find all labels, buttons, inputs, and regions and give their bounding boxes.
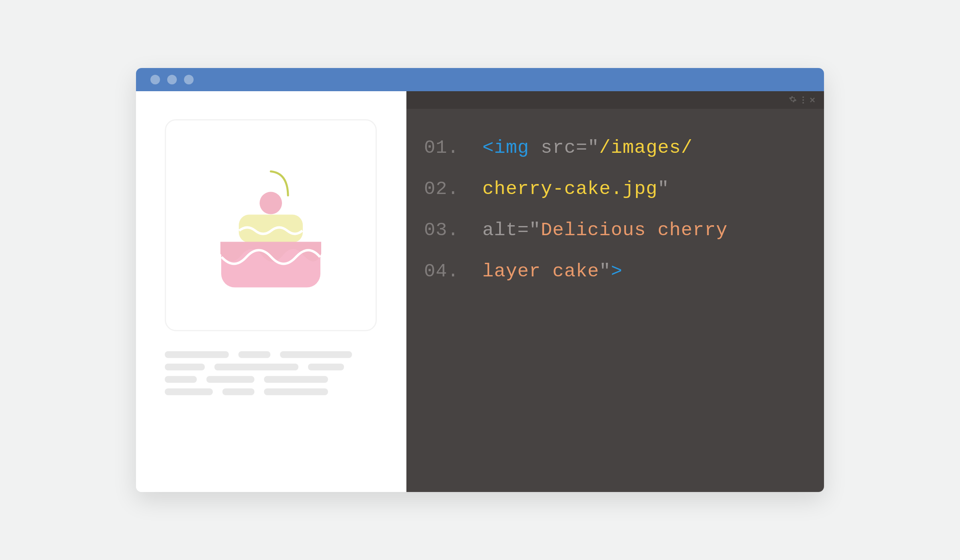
traffic-light[interactable] bbox=[184, 75, 194, 84]
traffic-light[interactable] bbox=[150, 75, 160, 84]
line-number: 03. bbox=[424, 221, 482, 240]
traffic-light[interactable] bbox=[167, 75, 177, 84]
line-number: 01. bbox=[424, 138, 482, 157]
preview-image-card bbox=[165, 119, 377, 331]
more-icon[interactable] bbox=[802, 96, 804, 104]
code-content[interactable]: <img src="/images/ bbox=[482, 138, 693, 157]
cake-icon bbox=[199, 162, 343, 306]
code-toolbar: × bbox=[406, 91, 824, 109]
code-line: 02.cherry-cake.jpg" bbox=[424, 180, 808, 198]
code-pane: × 01.<img src="/images/02.cherry-cake.jp… bbox=[406, 91, 824, 492]
code-line: 01.<img src="/images/ bbox=[424, 138, 808, 157]
text-placeholder bbox=[206, 376, 254, 383]
text-placeholder bbox=[222, 388, 254, 395]
placeholder-text bbox=[165, 351, 381, 395]
code-content[interactable]: layer cake"> bbox=[482, 262, 622, 281]
text-placeholder bbox=[280, 351, 352, 358]
text-placeholder bbox=[165, 364, 205, 370]
gear-icon[interactable] bbox=[789, 95, 797, 105]
text-placeholder bbox=[238, 351, 270, 358]
browser-window: × 01.<img src="/images/02.cherry-cake.jp… bbox=[136, 68, 824, 492]
svg-point-0 bbox=[260, 192, 282, 214]
code-content[interactable]: alt="Delicious cherry bbox=[482, 221, 728, 240]
code-content[interactable]: cherry-cake.jpg" bbox=[482, 180, 669, 198]
preview-pane bbox=[136, 91, 406, 492]
code-body: 01.<img src="/images/02.cherry-cake.jpg"… bbox=[406, 109, 824, 303]
code-line: 03.alt="Delicious cherry bbox=[424, 221, 808, 240]
text-placeholder bbox=[214, 364, 298, 370]
close-icon[interactable]: × bbox=[810, 95, 815, 105]
line-number: 04. bbox=[424, 262, 482, 281]
text-placeholder bbox=[165, 388, 213, 395]
code-line: 04.layer cake"> bbox=[424, 262, 808, 281]
text-placeholder bbox=[165, 351, 229, 358]
text-placeholder bbox=[165, 376, 197, 383]
text-placeholder bbox=[308, 364, 344, 370]
text-placeholder bbox=[264, 388, 328, 395]
window-body: × 01.<img src="/images/02.cherry-cake.jp… bbox=[136, 91, 824, 492]
line-number: 02. bbox=[424, 180, 482, 198]
titlebar bbox=[136, 68, 824, 91]
text-placeholder bbox=[264, 376, 328, 383]
